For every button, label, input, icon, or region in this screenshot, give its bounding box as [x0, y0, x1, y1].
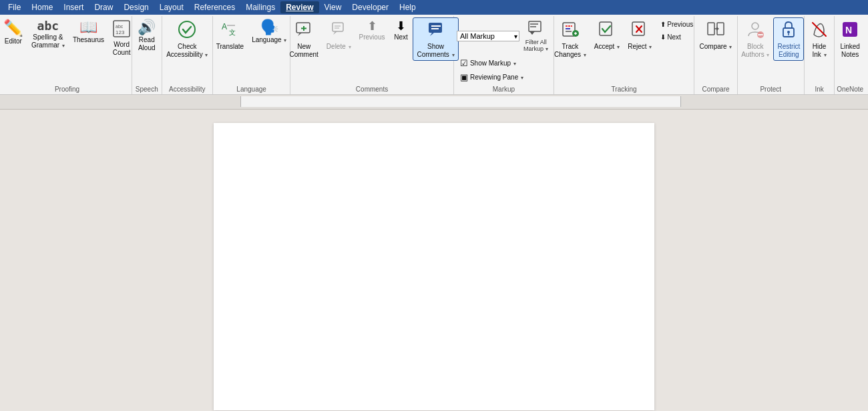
language-buttons: A 文 Translate 🗣️ Language ▾ [212, 17, 291, 84]
svg-rect-15 [429, 23, 442, 33]
svg-marker-20 [529, 31, 535, 35]
word-count-label: WordCount [113, 41, 131, 57]
check-accessibility-icon [178, 20, 196, 41]
onenote-group-label: OneNote [837, 84, 863, 94]
menu-design[interactable]: Design [118, 1, 154, 13]
check-accessibility-label: CheckAccessibility ▾ [166, 43, 208, 59]
hide-ink-label: HideInk ▾ [813, 43, 827, 59]
ribbon-group-comments: NewComment Delete ▾ ⬆ Previous [290, 16, 454, 94]
document-area [0, 110, 868, 411]
hide-ink-icon [810, 20, 829, 41]
ribbon-group-tracking: TrackChanges ▾ Accept ▾ [554, 16, 694, 94]
ribbon: ✏️ Editor abc Spelling &Grammar ▾ 📖 Thes… [0, 15, 868, 95]
new-comment-label: NewComment [290, 43, 318, 59]
thesaurus-button[interactable]: 📖 Thesaurus [69, 17, 108, 46]
new-comment-button[interactable]: NewComment [286, 17, 322, 61]
hide-ink-button[interactable]: HideInk ▾ [806, 17, 833, 61]
comments-group-label: Comments [356, 84, 388, 94]
show-markup-label: Show Markup ▾ [470, 59, 516, 67]
show-markup-button[interactable]: ☑ Show Markup ▾ [457, 56, 551, 70]
menu-layout[interactable]: Layout [154, 1, 189, 13]
delete-button[interactable]: Delete ▾ [322, 17, 355, 53]
markup-group-label: Markup [493, 84, 515, 94]
reject-button[interactable]: Reject ▾ [624, 17, 656, 53]
track-changes-button[interactable]: TrackChanges ▾ [550, 17, 590, 61]
word-count-icon: abc 123 [112, 20, 131, 41]
speech-group-label: Speech [136, 84, 158, 94]
spelling-grammar-button[interactable]: abc Spelling &Grammar ▾ [27, 17, 69, 51]
comments-buttons: NewComment Delete ▾ ⬆ Previous [286, 17, 459, 84]
menu-references[interactable]: References [189, 1, 240, 13]
previous-change-label: Previous [667, 21, 693, 28]
menu-review[interactable]: Review [280, 1, 318, 13]
ribbon-group-protect: BlockAuthors ▾ RestrictEditing Protect [738, 16, 805, 94]
accessibility-buttons: CheckAccessibility ▾ [162, 17, 212, 84]
accept-button[interactable]: Accept ▾ [590, 17, 624, 53]
restrict-editing-icon [779, 20, 798, 41]
document-page[interactable] [214, 123, 654, 410]
next-change-button[interactable]: ⬇ Next [657, 31, 696, 43]
filter-markup-icon [527, 19, 545, 38]
track-changes-icon [561, 20, 580, 41]
editor-button[interactable]: ✏️ Editor [0, 17, 27, 47]
svg-text:文: 文 [229, 29, 236, 36]
track-changes-label: TrackChanges ▾ [554, 43, 586, 59]
block-authors-button[interactable]: BlockAuthors ▾ [737, 17, 773, 61]
ribbon-group-speech: 🔊 ReadAloud Speech [132, 16, 162, 94]
proofing-group-label: Proofing [55, 84, 79, 94]
language-label: Language ▾ [252, 36, 286, 44]
delete-icon [331, 20, 347, 41]
compare-button[interactable]: Compare ▾ [696, 17, 736, 53]
ribbon-group-compare: Compare ▾ Compare [694, 16, 737, 94]
next-comment-label: Next [394, 33, 408, 41]
restrict-editing-label: RestrictEditing [777, 43, 800, 59]
show-comments-button[interactable]: ShowComments ▾ [413, 17, 458, 61]
menu-home[interactable]: Home [26, 1, 58, 13]
compare-label: Compare ▾ [700, 43, 732, 51]
svg-text:N: N [845, 25, 852, 35]
compare-buttons: Compare ▾ [696, 17, 736, 84]
filter-all-markup-button[interactable]: Filter AllMarkup ▾ [521, 17, 552, 55]
spelling-icon: abc [37, 20, 59, 32]
proofing-buttons: ✏️ Editor abc Spelling &Grammar ▾ 📖 Thes… [0, 17, 135, 84]
spelling-label: Spelling &Grammar ▾ [31, 33, 65, 49]
menu-developer[interactable]: Developer [347, 1, 394, 13]
svg-point-38 [752, 23, 758, 29]
word-count-button[interactable]: abc 123 WordCount [108, 17, 135, 59]
accessibility-group-label: Accessibility [169, 84, 205, 94]
editor-icon: ✏️ [3, 20, 23, 36]
markup-select[interactable]: All Markup Simple Markup No Markup Origi… [457, 31, 519, 41]
svg-point-42 [787, 31, 790, 33]
translate-button[interactable]: A 文 Translate [212, 17, 248, 53]
show-markup-icon: ☑ [460, 58, 468, 68]
previous-comment-button[interactable]: ⬆ Previous [355, 17, 389, 43]
new-comment-icon [294, 20, 313, 41]
reviewing-pane-icon: ▣ [460, 72, 468, 82]
restrict-editing-button[interactable]: RestrictEditing [773, 17, 804, 61]
thesaurus-icon: 📖 [79, 20, 97, 35]
markup-select-wrapper[interactable]: All Markup Simple Markup No Markup Origi… [457, 31, 519, 41]
linked-notes-button[interactable]: N LinkedNotes [836, 17, 863, 61]
menu-insert[interactable]: Insert [58, 1, 89, 13]
ruler [240, 96, 681, 107]
menu-draw[interactable]: Draw [89, 1, 118, 13]
ribbon-group-ink: HideInk ▾ Ink [805, 16, 835, 94]
check-accessibility-button[interactable]: CheckAccessibility ▾ [162, 17, 212, 61]
language-button[interactable]: 🗣️ Language ▾ [248, 17, 290, 46]
reviewing-pane-button[interactable]: ▣ Reviewing Pane ▾ [457, 70, 551, 84]
tracking-group-label: Tracking [612, 84, 637, 94]
next-comment-button[interactable]: ⬇ Next [389, 17, 413, 43]
menu-mailings[interactable]: Mailings [240, 1, 280, 13]
menu-file[interactable]: File [3, 1, 26, 13]
accept-label: Accept ▾ [594, 43, 620, 51]
menu-view[interactable]: View [319, 1, 347, 13]
reject-icon [631, 20, 648, 41]
compare-group-label: Compare [702, 84, 729, 94]
block-authors-label: BlockAuthors ▾ [741, 43, 769, 59]
previous-change-button[interactable]: ⬆ Previous [657, 19, 696, 30]
reviewing-pane-label: Reviewing Pane ▾ [470, 74, 523, 81]
svg-rect-11 [333, 23, 343, 31]
read-aloud-button[interactable]: 🔊 ReadAloud [134, 17, 160, 54]
previous-comment-icon: ⬆ [367, 20, 377, 32]
menu-help[interactable]: Help [394, 1, 421, 13]
